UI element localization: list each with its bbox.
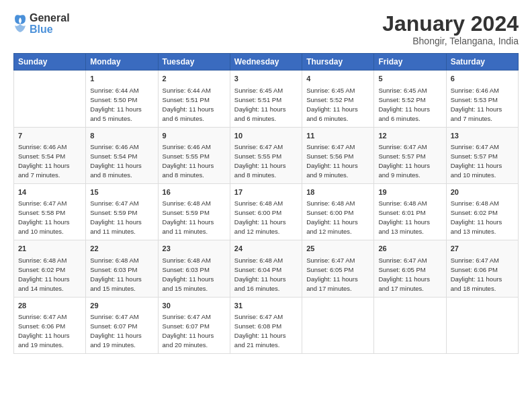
- calendar-cell: 10Sunrise: 6:47 AMSunset: 5:55 PMDayligh…: [230, 127, 302, 183]
- title-block: January 2024 Bhongir, Telangana, India: [382, 12, 519, 46]
- calendar-table: Sunday Monday Tuesday Wednesday Thursday…: [13, 53, 519, 354]
- main-title: January 2024: [382, 12, 519, 36]
- calendar-cell: 28Sunrise: 6:47 AMSunset: 6:06 PMDayligh…: [14, 297, 86, 353]
- col-monday: Monday: [86, 54, 158, 71]
- day-info: Sunrise: 6:45 AMSunset: 5:52 PMDaylight:…: [306, 87, 358, 122]
- day-info: Sunrise: 6:46 AMSunset: 5:54 PMDaylight:…: [90, 143, 142, 179]
- col-tuesday: Tuesday: [158, 54, 230, 71]
- calendar-cell: 9Sunrise: 6:46 AMSunset: 5:55 PMDaylight…: [158, 127, 230, 183]
- day-number: 29: [90, 301, 153, 311]
- day-number: 2: [163, 74, 226, 84]
- col-saturday: Saturday: [446, 54, 518, 71]
- day-info: Sunrise: 6:47 AMSunset: 6:08 PMDaylight:…: [234, 313, 286, 349]
- logo-general: General: [30, 13, 70, 24]
- logo-blue: Blue: [30, 24, 70, 36]
- day-number: 15: [90, 187, 153, 197]
- day-number: 11: [306, 131, 369, 141]
- calendar-week-row: 7Sunrise: 6:46 AMSunset: 5:54 PMDaylight…: [14, 127, 519, 183]
- calendar-cell: 1Sunrise: 6:44 AMSunset: 5:50 PMDaylight…: [86, 71, 158, 127]
- calendar-cell: 23Sunrise: 6:48 AMSunset: 6:03 PMDayligh…: [158, 240, 230, 297]
- day-number: 31: [234, 301, 298, 311]
- subtitle: Bhongir, Telangana, India: [382, 36, 519, 46]
- day-number: 24: [234, 244, 298, 254]
- calendar-cell: 22Sunrise: 6:48 AMSunset: 6:03 PMDayligh…: [86, 240, 158, 297]
- col-sunday: Sunday: [14, 54, 86, 71]
- calendar-cell: [374, 297, 446, 353]
- calendar-cell: [302, 297, 374, 353]
- day-number: 28: [18, 301, 81, 311]
- day-number: 6: [451, 74, 514, 84]
- day-number: 13: [451, 131, 514, 141]
- day-info: Sunrise: 6:47 AMSunset: 6:05 PMDaylight:…: [306, 257, 358, 292]
- day-number: 22: [90, 244, 153, 254]
- day-info: Sunrise: 6:47 AMSunset: 5:58 PMDaylight:…: [18, 199, 70, 235]
- day-info: Sunrise: 6:45 AMSunset: 5:51 PMDaylight:…: [234, 87, 286, 122]
- day-info: Sunrise: 6:48 AMSunset: 6:02 PMDaylight:…: [451, 199, 502, 235]
- calendar-week-row: 21Sunrise: 6:48 AMSunset: 6:02 PMDayligh…: [14, 240, 519, 297]
- day-info: Sunrise: 6:48 AMSunset: 5:59 PMDaylight:…: [163, 199, 214, 235]
- calendar-cell: 25Sunrise: 6:47 AMSunset: 6:05 PMDayligh…: [302, 240, 374, 297]
- day-number: 12: [378, 131, 441, 141]
- day-number: 17: [234, 187, 298, 197]
- calendar-cell: 6Sunrise: 6:46 AMSunset: 5:53 PMDaylight…: [446, 71, 518, 127]
- day-number: 7: [18, 131, 81, 141]
- day-info: Sunrise: 6:46 AMSunset: 5:54 PMDaylight:…: [18, 143, 70, 179]
- calendar-cell: 14Sunrise: 6:47 AMSunset: 5:58 PMDayligh…: [14, 183, 86, 240]
- day-info: Sunrise: 6:47 AMSunset: 6:05 PMDaylight:…: [378, 257, 430, 292]
- day-number: 26: [378, 244, 441, 254]
- calendar-week-row: 28Sunrise: 6:47 AMSunset: 6:06 PMDayligh…: [14, 297, 519, 353]
- calendar-cell: 15Sunrise: 6:47 AMSunset: 5:59 PMDayligh…: [86, 183, 158, 240]
- day-info: Sunrise: 6:47 AMSunset: 5:57 PMDaylight:…: [378, 143, 430, 179]
- calendar-cell: 19Sunrise: 6:48 AMSunset: 6:01 PMDayligh…: [374, 183, 446, 240]
- calendar-cell: [14, 71, 86, 127]
- day-info: Sunrise: 6:47 AMSunset: 6:07 PMDaylight:…: [163, 313, 214, 349]
- calendar-cell: 2Sunrise: 6:44 AMSunset: 5:51 PMDaylight…: [158, 71, 230, 127]
- calendar-cell: [446, 297, 518, 353]
- logo: General Blue: [13, 12, 70, 36]
- calendar-week-row: 14Sunrise: 6:47 AMSunset: 5:58 PMDayligh…: [14, 183, 519, 240]
- day-number: 1: [90, 74, 153, 84]
- day-info: Sunrise: 6:48 AMSunset: 6:04 PMDaylight:…: [234, 257, 286, 292]
- day-info: Sunrise: 6:44 AMSunset: 5:50 PMDaylight:…: [90, 87, 142, 122]
- day-number: 14: [18, 187, 81, 197]
- calendar-cell: 18Sunrise: 6:48 AMSunset: 6:00 PMDayligh…: [302, 183, 374, 240]
- calendar-cell: 26Sunrise: 6:47 AMSunset: 6:05 PMDayligh…: [374, 240, 446, 297]
- day-info: Sunrise: 6:46 AMSunset: 5:55 PMDaylight:…: [163, 143, 214, 179]
- header-row: Sunday Monday Tuesday Wednesday Thursday…: [14, 54, 519, 71]
- calendar-cell: 7Sunrise: 6:46 AMSunset: 5:54 PMDaylight…: [14, 127, 86, 183]
- day-number: 20: [451, 187, 514, 197]
- day-info: Sunrise: 6:44 AMSunset: 5:51 PMDaylight:…: [163, 87, 214, 122]
- day-info: Sunrise: 6:47 AMSunset: 6:07 PMDaylight:…: [90, 313, 142, 349]
- day-info: Sunrise: 6:47 AMSunset: 5:55 PMDaylight:…: [234, 143, 286, 179]
- calendar-cell: 3Sunrise: 6:45 AMSunset: 5:51 PMDaylight…: [230, 71, 302, 127]
- day-number: 16: [163, 187, 226, 197]
- day-info: Sunrise: 6:48 AMSunset: 6:00 PMDaylight:…: [234, 199, 286, 235]
- calendar-cell: 17Sunrise: 6:48 AMSunset: 6:00 PMDayligh…: [230, 183, 302, 240]
- day-info: Sunrise: 6:48 AMSunset: 6:03 PMDaylight:…: [163, 257, 214, 292]
- header: General Blue January 2024 Bhongir, Telan…: [13, 12, 519, 46]
- day-number: 23: [163, 244, 226, 254]
- calendar-week-row: 1Sunrise: 6:44 AMSunset: 5:50 PMDaylight…: [14, 71, 519, 127]
- day-number: 10: [234, 131, 298, 141]
- day-number: 8: [90, 131, 153, 141]
- day-number: 4: [306, 74, 369, 84]
- day-number: 30: [163, 301, 226, 311]
- calendar-cell: 5Sunrise: 6:45 AMSunset: 5:52 PMDaylight…: [374, 71, 446, 127]
- calendar-cell: 16Sunrise: 6:48 AMSunset: 5:59 PMDayligh…: [158, 183, 230, 240]
- col-friday: Friday: [374, 54, 446, 71]
- col-thursday: Thursday: [302, 54, 374, 71]
- day-info: Sunrise: 6:47 AMSunset: 6:06 PMDaylight:…: [18, 313, 70, 349]
- calendar-cell: 4Sunrise: 6:45 AMSunset: 5:52 PMDaylight…: [302, 71, 374, 127]
- calendar-cell: 20Sunrise: 6:48 AMSunset: 6:02 PMDayligh…: [446, 183, 518, 240]
- calendar-cell: 21Sunrise: 6:48 AMSunset: 6:02 PMDayligh…: [14, 240, 86, 297]
- day-number: 25: [306, 244, 369, 254]
- day-info: Sunrise: 6:47 AMSunset: 5:59 PMDaylight:…: [90, 199, 142, 235]
- day-info: Sunrise: 6:48 AMSunset: 6:02 PMDaylight:…: [18, 257, 70, 292]
- day-number: 19: [378, 187, 441, 197]
- day-number: 27: [451, 244, 514, 254]
- calendar-cell: 12Sunrise: 6:47 AMSunset: 5:57 PMDayligh…: [374, 127, 446, 183]
- calendar-cell: 11Sunrise: 6:47 AMSunset: 5:56 PMDayligh…: [302, 127, 374, 183]
- day-info: Sunrise: 6:48 AMSunset: 6:03 PMDaylight:…: [90, 257, 142, 292]
- day-info: Sunrise: 6:45 AMSunset: 5:52 PMDaylight:…: [378, 87, 430, 122]
- logo-bird-icon: [13, 12, 27, 36]
